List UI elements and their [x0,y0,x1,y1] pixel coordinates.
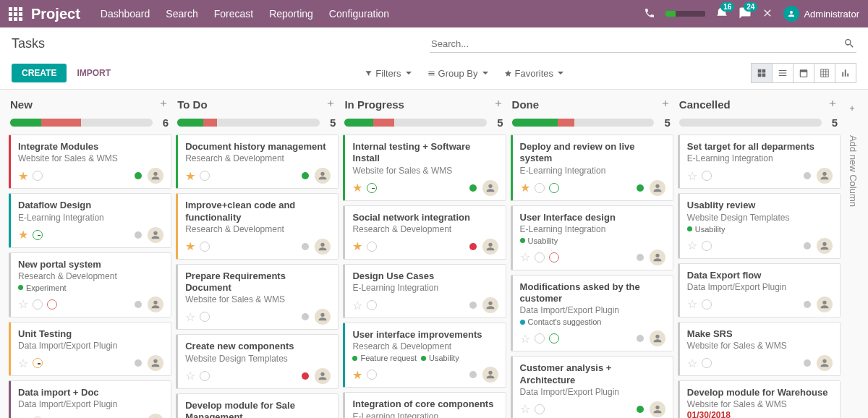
view-list[interactable] [772,63,793,83]
star-icon[interactable]: ★ [18,169,28,183]
assignee-avatar[interactable] [650,180,665,196]
add-column-label[interactable]: Add new Column [845,114,861,207]
kanban-card[interactable]: Dataflow DesignE-Learning Integration★ [9,193,171,247]
star-icon[interactable]: ☆ [185,310,195,324]
clock-icon[interactable] [535,404,545,414]
star-icon[interactable]: ☆ [687,239,697,252]
kanban-card[interactable]: Social network integrationResearch & Dev… [343,205,506,260]
kanban-card[interactable]: Improve+clean code and functionalityRese… [176,193,339,260]
kanban-card[interactable]: Unit TestingData Import/Export Plugin☆ [9,322,171,376]
status-dot[interactable] [469,371,477,378]
assignee-avatar[interactable] [650,249,665,265]
nav-forecast[interactable]: Forecast [214,8,253,20]
star-icon[interactable]: ★ [185,169,195,183]
status-dot[interactable] [804,242,811,249]
clock-icon[interactable] [535,333,545,344]
assignee-avatar[interactable] [817,355,833,371]
face-icon[interactable] [549,252,559,263]
star-icon[interactable]: ★ [352,368,362,382]
assignee-avatar[interactable] [482,297,498,313]
kanban-card[interactable]: Internal testing + Software InstallWebsi… [343,135,506,201]
status-dot[interactable] [469,302,477,309]
nav-reporting[interactable]: Reporting [269,8,313,20]
status-dot[interactable] [469,243,477,250]
kanban-card[interactable]: Document history managementResearch & De… [176,135,339,189]
kanban-card[interactable]: Customer analysis + ArchitectureData Imp… [511,356,673,418]
status-dot[interactable] [637,335,644,342]
kanban-card[interactable]: Data Export flowData Import/Export Plugi… [678,263,841,317]
view-calendar[interactable] [793,63,814,83]
status-dot[interactable] [469,184,477,192]
view-pivot[interactable] [814,63,835,83]
assignee-avatar[interactable] [817,297,833,312]
clock-icon[interactable] [535,183,545,193]
star-icon[interactable]: ☆ [687,169,697,183]
face-icon[interactable] [549,333,559,344]
kanban-card[interactable]: Integrate ModulesWebsite for Sales & WMS… [9,135,171,189]
assignee-avatar[interactable] [817,168,833,184]
star-icon[interactable]: ★ [18,228,28,242]
filters-dropdown[interactable]: Filters [365,68,411,79]
kanban-card[interactable]: User Interface designE-Learning Integrat… [511,205,673,270]
status-dot[interactable] [302,372,309,380]
assignee-avatar[interactable] [650,401,665,417]
kanban-card[interactable]: Set target for all deparmentsE-Learning … [678,135,841,189]
status-dot[interactable] [135,301,142,308]
kanban-card[interactable]: Prepare Requirements DocumentWebsite for… [176,264,339,330]
assignee-avatar[interactable] [148,168,163,184]
kanban-card[interactable]: Data import + DocData Import/Export Plug… [9,380,171,418]
create-button[interactable]: CREATE [12,64,67,82]
assignee-avatar[interactable] [315,309,331,325]
search-icon[interactable] [843,38,855,49]
status-dot[interactable] [135,359,142,367]
clock-icon[interactable] [702,171,712,181]
clock-icon[interactable] [535,252,545,263]
close-icon[interactable] [762,7,773,21]
clock-icon[interactable] [33,230,43,240]
add-card-icon[interactable] [158,98,169,111]
apps-icon[interactable] [9,7,22,21]
clock-icon[interactable] [367,242,377,252]
clock-icon[interactable] [200,171,210,181]
assignee-avatar[interactable] [315,239,331,255]
notification-icon[interactable]: 16 [715,7,728,22]
kanban-card[interactable]: Deploy and review on live systemE-Learni… [511,135,673,201]
search-box[interactable] [430,35,856,53]
clock-icon[interactable] [200,371,210,381]
view-graph[interactable] [835,63,856,83]
clock-icon[interactable] [702,241,712,251]
kanban-card[interactable]: Make SRSWebsite for Sales & WMS☆ [678,322,841,376]
face-icon[interactable] [47,299,57,310]
assignee-avatar[interactable] [650,330,665,346]
star-icon[interactable]: ☆ [18,415,28,418]
add-column-icon[interactable]: + [845,97,859,114]
star-icon[interactable]: ★ [352,239,362,253]
star-icon[interactable]: ☆ [520,402,530,416]
groupby-dropdown[interactable]: Group By [427,68,488,79]
kanban-card[interactable]: Develop module for Sale ManagementWebsit… [176,393,339,419]
nav-search[interactable]: Search [166,8,197,20]
assignee-avatar[interactable] [315,168,331,184]
assignee-avatar[interactable] [315,368,331,384]
kanban-card[interactable]: Usablity reviewWebsite Design TemplatesU… [678,193,841,258]
search-input[interactable] [431,38,843,49]
assignee-avatar[interactable] [148,414,163,418]
user-menu[interactable]: Administrator [783,6,859,22]
star-icon[interactable]: ★ [185,239,195,253]
status-dot[interactable] [637,184,644,192]
assignee-avatar[interactable] [148,355,163,371]
kanban-card[interactable]: Modifications asked by the customerData … [511,275,673,352]
status-dot[interactable] [302,313,309,320]
status-dot[interactable] [804,172,811,179]
star-icon[interactable]: ★ [520,181,530,195]
star-icon[interactable]: ☆ [687,357,697,370]
status-dot[interactable] [637,254,644,261]
kanban-card[interactable]: User interface improvementsResearch & De… [343,323,506,388]
star-icon[interactable]: ☆ [18,357,28,370]
kanban-card[interactable]: Integration of core componentsE-Learning… [343,392,506,418]
clock-icon[interactable] [33,171,43,181]
favorites-dropdown[interactable]: Favorites [504,68,563,79]
status-dot[interactable] [135,172,142,179]
phone-icon[interactable] [644,7,655,21]
star-icon[interactable]: ☆ [520,250,530,264]
